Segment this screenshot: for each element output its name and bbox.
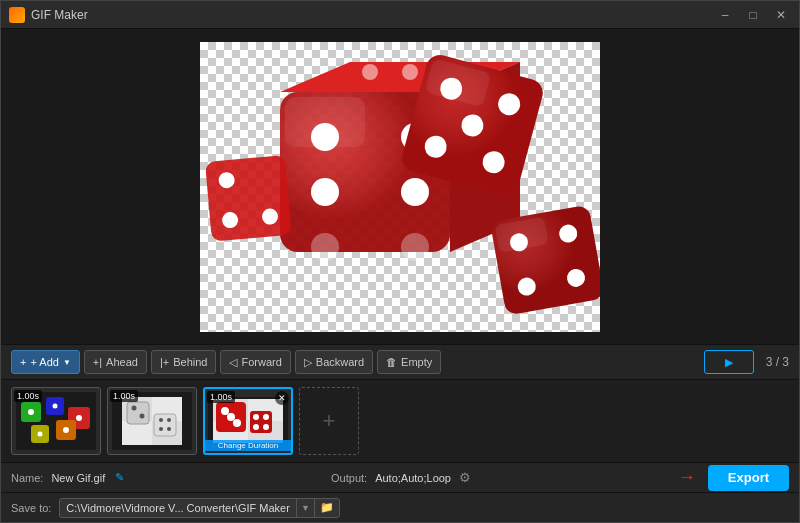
svg-point-51	[159, 418, 163, 422]
frame-duration: 1.00s	[14, 390, 42, 402]
name-label: Name:	[11, 472, 43, 484]
titlebar-title: GIF Maker	[31, 8, 715, 22]
svg-point-34	[28, 409, 34, 415]
svg-rect-22	[490, 204, 600, 315]
toolbar: + + Add ▼ +| Ahead |+ Behind ◁ Forward ▷…	[1, 344, 799, 380]
frame-strip: 1.00s 1.00s	[1, 380, 799, 462]
save-path-arrow-button[interactable]: ▼	[296, 499, 314, 517]
frame-thumb-svg	[208, 397, 288, 445]
svg-rect-63	[250, 411, 272, 433]
frame-item-active[interactable]: 1.00s ✕ Change Duration	[203, 387, 293, 455]
maximize-button[interactable]: □	[743, 5, 763, 25]
backward-button[interactable]: ▷ Backward	[295, 350, 373, 374]
svg-point-40	[38, 432, 43, 437]
save-path-text: C:\Vidmore\Vidmore V... Converter\GIF Ma…	[60, 502, 296, 514]
svg-point-6	[311, 233, 339, 261]
forward-button[interactable]: ◁ Forward	[220, 350, 290, 374]
svg-point-11	[402, 64, 418, 80]
titlebar: GIF Maker – □ ✕	[1, 1, 799, 29]
empty-button[interactable]: 🗑 Empty	[377, 350, 441, 374]
svg-point-36	[53, 404, 58, 409]
statusbar: Name: New Gif.gif ✎ Output: Auto;Auto;Lo…	[1, 462, 799, 492]
save-path-dropdown[interactable]: C:\Vidmore\Vidmore V... Converter\GIF Ma…	[59, 498, 339, 518]
app-icon	[9, 7, 25, 23]
svg-point-65	[263, 414, 269, 420]
play-button[interactable]: ▶	[704, 350, 754, 374]
add-button[interactable]: + + Add ▼	[11, 350, 80, 374]
dropdown-arrow-icon: ▼	[63, 358, 71, 367]
minimize-button[interactable]: –	[715, 5, 735, 25]
svg-point-52	[167, 418, 171, 422]
svg-rect-47	[127, 402, 149, 424]
svg-point-60	[221, 407, 229, 415]
trash-icon: 🗑	[386, 356, 397, 368]
svg-point-42	[63, 427, 69, 433]
svg-point-8	[401, 178, 429, 206]
add-frame-button[interactable]: +	[299, 387, 359, 455]
svg-point-64	[253, 414, 259, 420]
frame-duration: 1.00s	[110, 390, 138, 402]
forward-label: Forward	[241, 356, 281, 368]
forward-icon: ◁	[229, 356, 237, 369]
svg-point-9	[401, 233, 429, 261]
backward-icon: ▷	[304, 356, 312, 369]
save-path-folder-button[interactable]: 📁	[314, 499, 339, 517]
frame-label: Change Duration	[205, 440, 291, 451]
ahead-button[interactable]: +| Ahead	[84, 350, 147, 374]
plus-icon: +	[20, 356, 26, 368]
behind-label: Behind	[173, 356, 207, 368]
svg-point-5	[311, 178, 339, 206]
plus-icon: +	[323, 408, 336, 434]
dice-svg	[200, 42, 600, 332]
preview-area	[1, 29, 799, 344]
ahead-icon: +|	[93, 356, 102, 368]
close-button[interactable]: ✕	[771, 5, 791, 25]
preview-canvas	[200, 42, 600, 332]
ahead-label: Ahead	[106, 356, 138, 368]
export-button[interactable]: Export	[708, 465, 789, 491]
backward-label: Backward	[316, 356, 364, 368]
frame-item[interactable]: 1.00s	[107, 387, 197, 455]
svg-point-62	[233, 419, 241, 427]
name-value: New Gif.gif	[51, 472, 105, 484]
svg-rect-28	[205, 155, 292, 242]
empty-label: Empty	[401, 356, 432, 368]
output-label: Output:	[331, 472, 367, 484]
frame-duration: 1.00s	[207, 391, 235, 403]
svg-rect-12	[285, 97, 365, 147]
export-arrow-icon: →	[678, 467, 696, 488]
add-label: + Add	[30, 356, 58, 368]
edit-name-button[interactable]: ✎	[115, 471, 124, 484]
play-icon: ▶	[725, 356, 733, 369]
svg-point-53	[159, 427, 163, 431]
svg-point-61	[227, 413, 235, 421]
titlebar-controls: – □ ✕	[715, 5, 791, 25]
settings-icon[interactable]: ⚙	[459, 470, 471, 485]
behind-icon: |+	[160, 356, 169, 368]
behind-button[interactable]: |+ Behind	[151, 350, 217, 374]
footerbar: Save to: C:\Vidmore\Vidmore V... Convert…	[1, 492, 799, 522]
svg-point-67	[263, 424, 269, 430]
svg-point-54	[167, 427, 171, 431]
frame-item[interactable]: 1.00s	[11, 387, 101, 455]
svg-point-66	[253, 424, 259, 430]
svg-point-38	[76, 415, 82, 421]
frame-close-button[interactable]: ✕	[275, 391, 289, 405]
svg-rect-50	[154, 414, 176, 436]
svg-point-49	[140, 414, 145, 419]
output-value: Auto;Auto;Loop	[375, 472, 451, 484]
save-to-label: Save to:	[11, 502, 51, 514]
frame-count: 3 / 3	[766, 355, 789, 369]
svg-point-10	[362, 64, 378, 80]
svg-point-48	[132, 406, 137, 411]
